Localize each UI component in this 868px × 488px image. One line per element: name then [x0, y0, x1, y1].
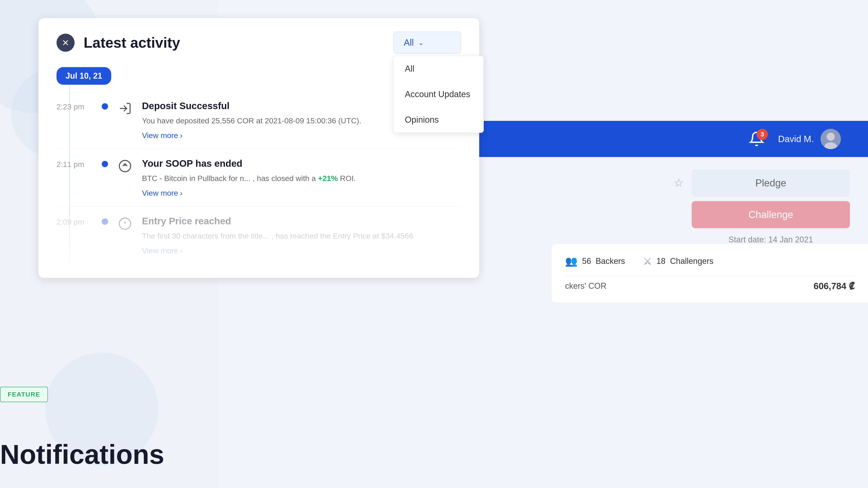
filter-option-all[interactable]: All — [394, 56, 484, 82]
star-icon[interactable]: ☆ — [674, 176, 687, 190]
item-content-entry: Entry Price reached The first 30 charact… — [142, 216, 461, 255]
notification-panel: Latest activity All ⌄ All Account Update… — [38, 18, 479, 278]
notification-bell[interactable]: 3 — [749, 131, 765, 147]
stats-area: 👥 56 Backers ⚔ 18 Challengers ckers' COR… — [552, 244, 868, 302]
svg-point-1 — [827, 133, 835, 141]
feature-title: Notifications — [0, 439, 164, 470]
item-time-entry: 2:09 pm — [57, 216, 93, 226]
filter-option-account-updates[interactable]: Account Updates — [394, 82, 484, 107]
item-desc-soop: BTC - Bitcoin in Pullback for n... , has… — [142, 173, 461, 184]
cor-value: 606,784 ₡ — [813, 281, 855, 291]
timeline-item-soop: 2:11 pm Your SOOP has ended BTC - Bitcoi… — [57, 149, 461, 207]
cor-label: ckers' COR — [565, 281, 607, 291]
item-title-entry: Entry Price reached — [142, 216, 461, 227]
backers-label: Backers — [596, 256, 625, 266]
backers-challengers-row: 👥 56 Backers ⚔ 18 Challengers — [565, 255, 855, 267]
challenge-button[interactable]: Challenge — [692, 201, 850, 228]
item-desc-entry: The first 30 characters from the title..… — [142, 230, 461, 242]
timeline-dot-3 — [102, 219, 108, 225]
pledge-challenge-area: ☆ Pledge Challenge Start date: 14 Jan 20… — [692, 169, 850, 245]
timeline-dot-1 — [102, 103, 108, 109]
item-time-deposit: 2:23 pm — [57, 101, 93, 111]
view-more-soop[interactable]: View more › — [142, 189, 461, 197]
timeline-item-entry: 2:09 pm Entry Price reached The first 30… — [57, 207, 461, 264]
pledge-button[interactable]: Pledge — [692, 169, 850, 197]
panel-title: Latest activity — [84, 34, 384, 51]
filter-selected-value: All — [404, 37, 414, 48]
filter-dropdown-button[interactable]: All ⌄ — [393, 32, 461, 54]
close-button[interactable] — [57, 34, 74, 52]
challengers-icon: ⚔ — [643, 256, 652, 267]
start-date-label: Start date: 14 Jan 2021 — [692, 235, 850, 245]
panel-header: Latest activity All ⌄ All Account Update… — [57, 32, 461, 54]
chevron-down-icon: ⌄ — [418, 39, 424, 46]
filter-container: All ⌄ All Account Updates Opinions — [393, 32, 461, 54]
feature-badge: FEATURE — [0, 387, 48, 402]
user-info: David M. — [778, 129, 841, 149]
avatar — [820, 129, 841, 149]
date-badge: Jul 10, 21 — [57, 67, 111, 85]
challengers-stat: ⚔ 18 Challengers — [643, 255, 713, 267]
soop-icon — [117, 158, 133, 174]
user-name: David M. — [778, 134, 814, 144]
challengers-count: 18 — [656, 256, 665, 266]
challengers-label: Challengers — [670, 256, 713, 266]
filter-dropdown-menu: All Account Updates Opinions — [393, 56, 484, 133]
deposit-icon — [117, 101, 133, 116]
cor-row: ckers' COR 606,784 ₡ — [565, 281, 855, 291]
roi-highlight: +21% — [318, 174, 338, 183]
entry-icon — [117, 216, 133, 232]
backers-count: 56 — [582, 256, 591, 266]
item-title-soop: Your SOOP has ended — [142, 158, 461, 169]
backers-icon: 👥 — [565, 255, 578, 267]
notification-badge: 3 — [756, 129, 768, 140]
backers-stat: 👥 56 Backers — [565, 255, 625, 267]
item-time-soop: 2:11 pm — [57, 158, 93, 169]
filter-option-opinions[interactable]: Opinions — [394, 107, 484, 133]
timeline-dot-2 — [102, 161, 108, 167]
view-more-entry[interactable]: View more › — [142, 246, 461, 255]
item-content-soop: Your SOOP has ended BTC - Bitcoin in Pul… — [142, 158, 461, 197]
